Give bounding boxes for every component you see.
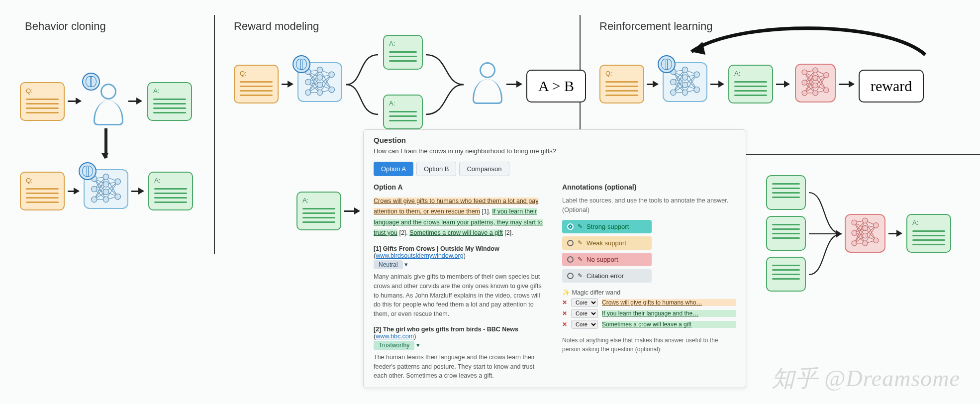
question-heading: Question <box>374 136 736 144</box>
rl-a: A: <box>728 65 773 103</box>
answer-segment-3[interactable]: Sometimes a crow will leave a gift <box>409 229 503 236</box>
svg-point-80 <box>671 90 676 95</box>
bc-a1: A: <box>147 82 192 121</box>
weak-support-button[interactable]: ✎ Weak support <box>562 236 652 250</box>
snippet-type-select[interactable]: Core <box>571 309 598 318</box>
svg-point-57 <box>329 87 334 93</box>
bc-a2: A: <box>148 172 193 210</box>
snippet-row-2: ✕ Core If you learn their language and t… <box>562 309 736 318</box>
pencil-icon: ✎ <box>578 272 583 279</box>
snippet-2-text[interactable]: If you learn their language and the… <box>602 310 736 317</box>
svg-point-86 <box>694 87 699 93</box>
citation-error-button[interactable]: ✎ Citation error <box>562 269 652 283</box>
bc-human-browser <box>87 80 127 124</box>
svg-point-143 <box>863 233 868 238</box>
arrow-icon <box>710 84 723 85</box>
svg-point-55 <box>317 90 322 95</box>
arrow-icon <box>131 191 143 192</box>
svg-point-145 <box>874 223 879 228</box>
snippet-row-3: ✕ Core Sometimes a crow will leave a gif… <box>562 320 736 329</box>
source-2: [2] The girl who gets gifts from birds -… <box>374 326 547 381</box>
svg-point-139 <box>852 230 857 235</box>
source-2-title: [2] The girl who gets gifts from birds -… <box>374 326 547 333</box>
snippet-1-text[interactable]: Crows will give gifts to humans who… <box>602 299 736 306</box>
svg-point-113 <box>813 91 818 96</box>
chevron-down-icon[interactable]: ▾ <box>416 342 420 349</box>
svg-point-140 <box>852 241 857 246</box>
rl-reward-model <box>795 64 836 102</box>
watermark: 知乎 @Dreamsome <box>772 363 960 394</box>
rm-human-icon <box>470 62 505 107</box>
arrow-icon <box>506 84 521 85</box>
option-a-heading: Option A <box>374 183 547 191</box>
svg-point-81 <box>682 67 687 73</box>
svg-point-51 <box>305 90 311 95</box>
svg-point-23 <box>103 174 108 180</box>
tab-option-a[interactable]: Option A <box>374 162 413 176</box>
label-behavior-cloning: Behavior cloning <box>25 20 106 33</box>
annotation-panel: Question How can I train the crows in my… <box>363 129 746 388</box>
svg-point-27 <box>115 179 120 184</box>
divider-1 <box>214 15 215 254</box>
svg-point-79 <box>671 79 676 85</box>
rm-train-a1 <box>766 175 806 210</box>
source-1-badge[interactable]: Neutral <box>374 260 403 269</box>
source-1-link[interactable]: www.birdsoutsidemywindow.org <box>376 252 463 259</box>
answer-text: Crows will give gifts to humans who feed… <box>374 196 547 238</box>
remove-snippet-button[interactable]: ✕ <box>562 310 567 317</box>
rm-agent <box>297 62 342 102</box>
svg-point-110 <box>813 68 818 73</box>
remove-snippet-button[interactable]: ✕ <box>562 299 567 306</box>
magic-wand-label[interactable]: ✨ Magic differ wand <box>562 289 736 296</box>
svg-marker-116 <box>691 42 705 55</box>
globe-icon <box>658 55 676 73</box>
svg-point-28 <box>115 194 120 200</box>
pencil-icon: ✎ <box>578 256 583 263</box>
source-2-badge[interactable]: Trustworthy <box>374 341 414 350</box>
arrow-icon <box>839 84 854 85</box>
label-reinforcement-learning: Reinforcement learning <box>599 20 712 33</box>
svg-point-144 <box>863 241 868 246</box>
arrow-icon <box>776 84 789 85</box>
svg-point-56 <box>329 72 334 77</box>
bc-q1: Q: <box>20 82 65 121</box>
svg-point-141 <box>863 218 868 223</box>
source-2-link[interactable]: www.bbc.com <box>376 333 414 340</box>
rl-agent <box>663 62 707 102</box>
svg-point-83 <box>682 82 687 88</box>
svg-point-84 <box>682 90 687 95</box>
label-reward-modeling: Reward modeling <box>234 20 319 33</box>
svg-point-115 <box>824 88 829 93</box>
radio-icon <box>567 273 574 279</box>
notes-label: Notes of anything else that makes this a… <box>562 336 736 354</box>
no-support-button[interactable]: ✎ No support <box>562 253 652 266</box>
svg-point-142 <box>863 225 868 230</box>
snippet-type-select[interactable]: Core <box>571 320 598 329</box>
svg-point-112 <box>813 83 818 88</box>
tab-comparison[interactable]: Comparison <box>459 162 509 176</box>
source-2-body: The human learns their language and the … <box>374 353 547 381</box>
remove-snippet-button[interactable]: ✕ <box>562 321 567 328</box>
snippet-3-text[interactable]: Sometimes a crow will leave a gift <box>602 321 736 328</box>
svg-point-108 <box>802 80 807 85</box>
rm-train-a3 <box>766 257 806 292</box>
arrow-icon <box>68 191 79 192</box>
svg-point-53 <box>317 75 322 80</box>
arrow-icon <box>128 101 141 102</box>
radio-icon <box>567 256 574 263</box>
chevron-down-icon[interactable]: ▾ <box>404 261 408 268</box>
tab-option-b[interactable]: Option B <box>416 162 457 176</box>
feedback-arrow-icon <box>677 20 935 70</box>
bc-q2: Q: <box>20 172 65 210</box>
bc-agent <box>84 169 128 209</box>
strong-support-button[interactable]: ✎ Strong support <box>562 220 652 233</box>
svg-point-107 <box>802 70 807 75</box>
snippet-type-select[interactable]: Core <box>571 298 598 307</box>
svg-point-52 <box>317 67 322 73</box>
svg-point-26 <box>103 197 108 202</box>
option-a-column: Option A Crows will give gifts to humans… <box>374 183 547 381</box>
svg-point-111 <box>813 75 818 80</box>
source-1: [1] Gifts From Crows | Outside My Window… <box>374 245 547 319</box>
question-text: How can I train the crows in my neighbor… <box>374 147 736 155</box>
svg-point-82 <box>682 75 687 80</box>
